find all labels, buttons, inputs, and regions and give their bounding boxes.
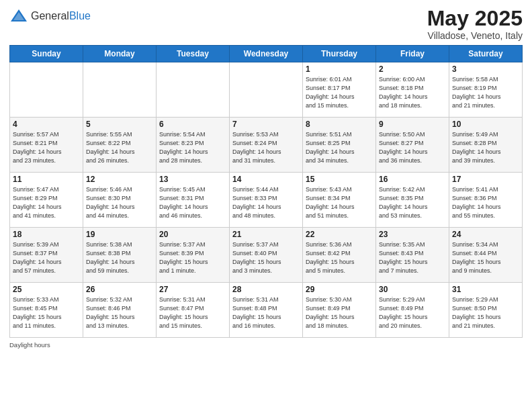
calendar-location: Villadose, Veneto, Italy — [427, 30, 523, 41]
calendar-cell: 17Sunrise: 5:41 AMSunset: 8:36 PMDayligh… — [449, 173, 523, 228]
day-info: Sunrise: 5:42 AMSunset: 8:35 PMDaylight:… — [379, 185, 446, 220]
day-number: 5 — [86, 120, 153, 129]
day-info: Sunrise: 5:32 AMSunset: 8:46 PMDaylight:… — [86, 295, 153, 330]
calendar-cell: 29Sunrise: 5:30 AMSunset: 8:49 PMDayligh… — [303, 283, 376, 338]
day-info: Sunrise: 5:37 AMSunset: 8:39 PMDaylight:… — [159, 240, 226, 275]
day-info: Sunrise: 5:50 AMSunset: 8:27 PMDaylight:… — [379, 130, 446, 165]
day-number: 26 — [86, 285, 153, 294]
day-info: Sunrise: 5:39 AMSunset: 8:37 PMDaylight:… — [13, 240, 80, 275]
day-number: 24 — [452, 230, 519, 239]
day-number: 21 — [232, 230, 300, 239]
day-info: Sunrise: 5:29 AMSunset: 8:49 PMDaylight:… — [379, 295, 446, 330]
calendar-cell: 28Sunrise: 5:31 AMSunset: 8:48 PMDayligh… — [230, 283, 303, 338]
calendar-cell: 4Sunrise: 5:57 AMSunset: 8:21 PMDaylight… — [10, 118, 83, 173]
calendar-cell: 7Sunrise: 5:53 AMSunset: 8:24 PMDaylight… — [230, 118, 303, 173]
calendar-cell: 21Sunrise: 5:37 AMSunset: 8:40 PMDayligh… — [230, 228, 303, 283]
calendar-week-3: 11Sunrise: 5:47 AMSunset: 8:29 PMDayligh… — [10, 173, 523, 228]
calendar-cell: 30Sunrise: 5:29 AMSunset: 8:49 PMDayligh… — [376, 283, 449, 338]
calendar-cell: 22Sunrise: 5:36 AMSunset: 8:42 PMDayligh… — [303, 228, 376, 283]
day-number: 12 — [86, 175, 153, 184]
logo-general-text: General — [31, 10, 69, 21]
calendar-week-5: 25Sunrise: 5:33 AMSunset: 8:45 PMDayligh… — [10, 283, 523, 338]
day-number: 16 — [379, 175, 446, 184]
day-info: Sunrise: 5:49 AMSunset: 8:28 PMDaylight:… — [452, 130, 519, 165]
calendar-week-1: 1Sunrise: 6:01 AMSunset: 8:17 PMDaylight… — [10, 62, 523, 118]
day-info: Sunrise: 6:00 AMSunset: 8:18 PMDaylight:… — [379, 75, 446, 110]
calendar-cell — [10, 62, 83, 118]
calendar-cell: 1Sunrise: 6:01 AMSunset: 8:17 PMDaylight… — [303, 62, 376, 118]
calendar-cell: 26Sunrise: 5:32 AMSunset: 8:46 PMDayligh… — [83, 283, 157, 338]
day-info: Sunrise: 5:30 AMSunset: 8:49 PMDaylight:… — [306, 295, 373, 330]
calendar-cell: 20Sunrise: 5:37 AMSunset: 8:39 PMDayligh… — [157, 228, 230, 283]
day-number: 19 — [86, 230, 153, 239]
day-header-thursday: Thursday — [303, 46, 376, 62]
calendar-cell: 15Sunrise: 5:43 AMSunset: 8:34 PMDayligh… — [303, 173, 376, 228]
day-info: Sunrise: 5:36 AMSunset: 8:42 PMDaylight:… — [306, 240, 373, 275]
day-info: Sunrise: 5:46 AMSunset: 8:30 PMDaylight:… — [86, 185, 153, 220]
day-info: Sunrise: 5:55 AMSunset: 8:22 PMDaylight:… — [86, 130, 153, 165]
day-number: 23 — [379, 230, 446, 239]
calendar-cell: 10Sunrise: 5:49 AMSunset: 8:28 PMDayligh… — [449, 118, 523, 173]
calendar-footer: Daylight hours — [9, 341, 523, 349]
day-number: 20 — [159, 230, 226, 239]
day-number: 2 — [379, 64, 446, 74]
day-info: Sunrise: 5:33 AMSunset: 8:45 PMDaylight:… — [13, 295, 80, 330]
day-number: 1 — [306, 64, 373, 74]
calendar-cell: 3Sunrise: 5:58 AMSunset: 8:19 PMDaylight… — [449, 62, 523, 118]
day-number: 10 — [452, 120, 519, 129]
day-header-friday: Friday — [376, 46, 449, 62]
day-info: Sunrise: 5:44 AMSunset: 8:33 PMDaylight:… — [232, 185, 300, 220]
day-number: 15 — [306, 175, 373, 184]
calendar-cell: 23Sunrise: 5:35 AMSunset: 8:43 PMDayligh… — [376, 228, 449, 283]
day-number: 11 — [13, 175, 80, 184]
calendar-cell: 18Sunrise: 5:39 AMSunset: 8:37 PMDayligh… — [10, 228, 83, 283]
day-info: Sunrise: 5:34 AMSunset: 8:44 PMDaylight:… — [452, 240, 519, 275]
calendar-cell: 31Sunrise: 5:29 AMSunset: 8:50 PMDayligh… — [449, 283, 523, 338]
logo-icon — [9, 7, 28, 26]
calendar-week-2: 4Sunrise: 5:57 AMSunset: 8:21 PMDaylight… — [10, 118, 523, 173]
day-info: Sunrise: 5:37 AMSunset: 8:40 PMDaylight:… — [232, 240, 300, 275]
footer-daylight: Daylight hours — [9, 341, 50, 349]
calendar-cell — [230, 62, 303, 118]
calendar-cell: 27Sunrise: 5:31 AMSunset: 8:47 PMDayligh… — [157, 283, 230, 338]
day-number: 13 — [159, 175, 226, 184]
calendar-table: SundayMondayTuesdayWednesdayThursdayFrid… — [9, 45, 523, 338]
logo-blue-text: Blue — [69, 10, 91, 21]
day-info: Sunrise: 5:53 AMSunset: 8:24 PMDaylight:… — [232, 130, 300, 165]
title-block: May 2025 Villadose, Veneto, Italy — [427, 7, 523, 41]
day-number: 30 — [379, 285, 446, 294]
day-info: Sunrise: 5:47 AMSunset: 8:29 PMDaylight:… — [13, 185, 80, 220]
calendar-cell: 25Sunrise: 5:33 AMSunset: 8:45 PMDayligh… — [10, 283, 83, 338]
day-number: 22 — [306, 230, 373, 239]
day-number: 8 — [306, 120, 373, 129]
day-number: 6 — [159, 120, 226, 129]
day-number: 28 — [232, 285, 300, 294]
calendar-cell: 19Sunrise: 5:38 AMSunset: 8:38 PMDayligh… — [83, 228, 157, 283]
calendar-cell: 2Sunrise: 6:00 AMSunset: 8:18 PMDaylight… — [376, 62, 449, 118]
day-info: Sunrise: 5:38 AMSunset: 8:38 PMDaylight:… — [86, 240, 153, 275]
day-info: Sunrise: 6:01 AMSunset: 8:17 PMDaylight:… — [306, 75, 373, 110]
day-info: Sunrise: 5:45 AMSunset: 8:31 PMDaylight:… — [159, 185, 226, 220]
day-number: 4 — [13, 120, 80, 129]
day-number: 9 — [379, 120, 446, 129]
calendar-title: May 2025 — [427, 7, 523, 30]
day-info: Sunrise: 5:35 AMSunset: 8:43 PMDaylight:… — [379, 240, 446, 275]
calendar-cell: 14Sunrise: 5:44 AMSunset: 8:33 PMDayligh… — [230, 173, 303, 228]
day-number: 27 — [159, 285, 226, 294]
day-number: 25 — [13, 285, 80, 294]
day-number: 7 — [232, 120, 300, 129]
calendar-cell: 8Sunrise: 5:51 AMSunset: 8:25 PMDaylight… — [303, 118, 376, 173]
day-number: 14 — [232, 175, 300, 184]
day-info: Sunrise: 5:51 AMSunset: 8:25 PMDaylight:… — [306, 130, 373, 165]
day-number: 3 — [452, 64, 519, 74]
day-info: Sunrise: 5:57 AMSunset: 8:21 PMDaylight:… — [13, 130, 80, 165]
calendar-cell: 13Sunrise: 5:45 AMSunset: 8:31 PMDayligh… — [157, 173, 230, 228]
day-info: Sunrise: 5:54 AMSunset: 8:23 PMDaylight:… — [159, 130, 226, 165]
day-info: Sunrise: 5:31 AMSunset: 8:48 PMDaylight:… — [232, 295, 300, 330]
header: GeneralBlue May 2025 Villadose, Veneto, … — [9, 7, 523, 41]
calendar-week-4: 18Sunrise: 5:39 AMSunset: 8:37 PMDayligh… — [10, 228, 523, 283]
calendar-cell: 6Sunrise: 5:54 AMSunset: 8:23 PMDaylight… — [157, 118, 230, 173]
day-header-wednesday: Wednesday — [230, 46, 303, 62]
day-info: Sunrise: 5:29 AMSunset: 8:50 PMDaylight:… — [452, 295, 519, 330]
day-info: Sunrise: 5:41 AMSunset: 8:36 PMDaylight:… — [452, 185, 519, 220]
